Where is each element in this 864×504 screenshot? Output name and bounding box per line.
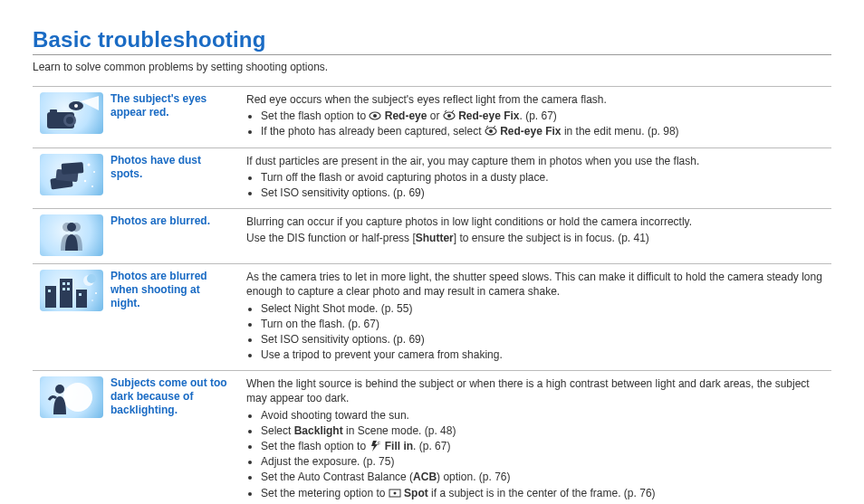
svg-point-36 [55,385,64,394]
list-item: Turn off the flash or avoid capturing ph… [261,170,824,185]
list-item: Select Night Shot mode. (p. 55) [261,301,824,316]
list-item: Set the Auto Contrast Balance (ACB) opti… [261,470,824,484]
row-label: Photos are blurred. [110,214,232,228]
svg-point-4 [66,117,73,124]
eye-fix-icon [485,126,497,137]
eye-fix-icon [443,110,456,121]
backlight-silhouette-icon [40,376,103,418]
svg-point-11 [489,129,493,133]
svg-rect-28 [67,282,70,285]
svg-rect-26 [76,290,87,308]
svg-point-34 [91,300,93,301]
intro-text: Learn to solve common problems by settin… [33,61,831,73]
spot-metering-icon [389,488,401,499]
svg-point-18 [91,185,93,187]
svg-rect-5 [50,109,57,114]
blurred-person-icon [40,214,103,256]
table-row: Photos have dust spots. If dust particle… [33,147,831,209]
row-lead: Red eye occurs when the subject's eyes r… [246,92,824,107]
row-label: Photos are blurred when shooting at nigh… [110,270,232,310]
row-lead: When the light source is behind the subj… [246,376,824,405]
svg-point-17 [84,179,86,181]
list-item: Set the flash option to F Fill in. (p. 6… [261,439,824,453]
svg-rect-29 [62,288,65,290]
row-lead2: Use the DIS function or half-press [Shut… [246,231,824,245]
svg-rect-25 [60,279,72,308]
svg-rect-30 [67,288,70,290]
flash-f-icon: F [369,441,381,452]
night-buildings-icon [40,270,103,311]
row-label: Photos have dust spots. [110,154,232,181]
svg-rect-32 [79,293,82,296]
svg-point-9 [447,114,451,118]
troubleshooting-table: The subject's eyes appear red. Red eye o… [33,86,831,504]
row-lead: As the camera tries to let in more light… [246,270,824,299]
list-item: Set ISO sensitivity options. (p. 69) [261,185,824,200]
list-item: Adjust the exposure. (p. 75) [261,454,824,469]
list-item: Use a tripod to prevent your camera from… [261,347,824,362]
table-row: The subject's eyes appear red. Red eye o… [33,87,831,148]
list-item: Set the flash option to Red-eye or Red-e… [261,109,824,123]
dust-spots-icon [40,154,103,195]
svg-point-15 [88,163,91,166]
row-label: The subject's eyes appear red. [110,92,232,119]
red-eye-camera-icon [40,92,103,134]
row-lead: If dust particles are present in the air… [246,154,824,168]
svg-point-21 [67,223,76,232]
eye-icon [369,110,381,121]
svg-rect-31 [48,290,51,292]
list-item: Select Backlight in Scene mode. (p. 48) [261,423,824,438]
list-item: Set the metering option to Spot if a sub… [261,486,824,500]
svg-point-33 [95,292,97,294]
list-item: Avoid shooting toward the sun. [261,408,824,423]
svg-point-16 [93,171,95,173]
svg-point-23 [87,274,96,283]
table-row: Photos are blurred. Blurring can occur i… [33,209,831,264]
svg-point-1 [74,104,78,108]
list-item: Turn on the flash. (p. 67) [261,317,824,331]
table-row: Subjects come out too dark because of ba… [33,371,831,504]
list-item: If the photo has already been captured, … [261,124,824,138]
row-lead: Blurring can occur if you capture photos… [246,214,824,229]
svg-point-7 [373,114,377,118]
title-rule [33,54,831,55]
svg-rect-27 [62,282,65,285]
svg-point-39 [393,491,396,494]
svg-rect-24 [45,286,56,308]
svg-point-35 [63,383,92,412]
page-title: Basic troubleshooting [33,27,831,52]
row-label: Subjects come out too dark because of ba… [110,376,232,417]
svg-rect-14 [62,162,84,175]
table-row: Photos are blurred when shooting at nigh… [33,264,831,371]
list-item: Set ISO sensitivity options. (p. 69) [261,332,824,347]
